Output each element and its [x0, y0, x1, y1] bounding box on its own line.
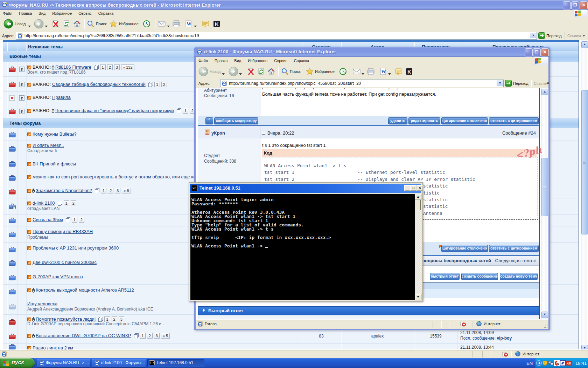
bg-menu-view[interactable]: Вид: [36, 10, 48, 16]
topic-title-link[interactable]: Две dwl-2100 с пингом 3000мс: [33, 260, 97, 265]
telnet-close-button[interactable]: ✕: [416, 185, 423, 191]
next-topic-link[interactable]: · Следующая тема »: [491, 258, 536, 263]
taskbar-task-ie-1[interactable]: d-link 2100 - Форумы...: [92, 359, 146, 367]
refresh-icon[interactable]: [257, 67, 265, 75]
kaspersky-icon[interactable]: [554, 360, 560, 366]
bg-scroll-up-icon[interactable]: ▲: [581, 41, 588, 48]
fg-menu-view[interactable]: Вид: [231, 57, 244, 64]
fg-maximize-button[interactable]: ❐: [533, 48, 541, 56]
edit-word-icon[interactable]: W: [379, 67, 387, 75]
page-chip[interactable]: 3: [154, 333, 160, 339]
fg-back-button-label[interactable]: Назад: [210, 69, 221, 74]
ati-icon[interactable]: ATi: [566, 360, 572, 366]
new-post-button[interactable]: создать сообщение: [461, 273, 498, 280]
page-chip[interactable]: 2: [107, 64, 113, 70]
fg-scrollbar[interactable]: ▲ ▼: [541, 88, 547, 319]
collapse-post-button[interactable]: ^: [205, 117, 213, 124]
page-chip[interactable]: 1: [140, 333, 146, 339]
fg-scrollbar-thumb[interactable]: [541, 158, 548, 216]
fg-menu-edit[interactable]: Правка: [212, 57, 230, 64]
fg-menu-favorites[interactable]: Избранное: [245, 57, 270, 64]
topic-title-link[interactable]: Контроль выходной мощности Atheros AR511…: [36, 287, 134, 293]
back-icon[interactable]: [4, 19, 13, 29]
bg-scroll-down-icon[interactable]: ▼: [581, 345, 588, 349]
jump-to-new-icon[interactable]: [27, 218, 31, 222]
jump-to-new-icon[interactable]: [27, 317, 31, 321]
page-chip-last[interactable]: » 8: [122, 188, 131, 193]
post2-username[interactable]: уКроn: [211, 130, 225, 136]
bg-links-label[interactable]: Ссылки: [567, 34, 581, 38]
jump-to-new-icon[interactable]: [27, 82, 31, 86]
page-chip[interactable]: 2: [71, 200, 76, 206]
forward-disabled-icon[interactable]: [229, 67, 238, 76]
quote-off-button[interactable]: цитирование отключено: [441, 117, 488, 124]
favorites-button-label[interactable]: Избранное: [119, 22, 139, 26]
page-chip[interactable]: 2: [79, 217, 84, 223]
kaspersky-toolbar-icon[interactable]: K: [405, 67, 413, 75]
back-dropdown-icon[interactable]: [222, 70, 225, 73]
fg-menu-help[interactable]: Справка: [291, 57, 312, 64]
taskbar-task-ie-0[interactable]: Форумы NAG.RU -> ...: [37, 359, 90, 367]
back-disabled-icon[interactable]: [198, 67, 208, 76]
edit-word-icon[interactable]: W: [184, 20, 193, 28]
mail-dropdown-icon[interactable]: [362, 70, 364, 73]
page-chip[interactable]: 1: [183, 108, 188, 114]
bg-links-chevron[interactable]: »: [582, 33, 585, 38]
favorites-star-icon[interactable]: [109, 20, 118, 28]
jump-to-new-icon[interactable]: [27, 201, 31, 205]
jump-to-new-icon[interactable]: [27, 109, 31, 113]
search-icon[interactable]: [281, 67, 289, 75]
print-icon[interactable]: [366, 67, 374, 75]
fg-search-button-label[interactable]: Поиск: [290, 69, 300, 74]
fg-address-dropdown-icon[interactable]: ▼: [497, 80, 503, 86]
fg-links-chevron[interactable]: »: [547, 80, 550, 85]
resize-grip[interactable]: [543, 323, 548, 328]
page-chip[interactable]: 3: [114, 64, 120, 70]
print-icon[interactable]: [172, 20, 181, 28]
topic-author[interactable]: apalex: [341, 334, 414, 339]
topic-replies[interactable]: 83: [302, 334, 341, 339]
fg-links-label[interactable]: Ссылки: [534, 81, 547, 86]
kaspersky-toolbar-icon[interactable]: K: [212, 20, 221, 28]
forum-name-link[interactable]: вопросы беспроводных сетей: [422, 258, 491, 263]
topic-title-link[interactable]: Прошу помощи по RB433АН: [33, 229, 93, 234]
search-button-label[interactable]: Поиск: [96, 22, 106, 26]
jump-to-new-icon[interactable]: [27, 162, 31, 166]
topic-title-link[interactable]: ВЧ Припой и флюсы: [33, 161, 76, 166]
page-chip-last[interactable]: » 132: [121, 64, 134, 70]
page-chip[interactable]: 2: [147, 333, 153, 339]
topic-title-link[interactable]: Rtl8186 Firmware: [55, 64, 91, 70]
network-icon[interactable]: [548, 360, 554, 366]
topic-title-link[interactable]: Связь на 35км: [33, 217, 63, 222]
jump-to-new-icon[interactable]: [27, 175, 31, 179]
fg-menu-tools[interactable]: Сервис: [271, 57, 290, 64]
home-icon[interactable]: [73, 20, 81, 28]
topic-title-link[interactable]: Ищу человека: [27, 301, 57, 306]
telnet-scrollbar-thumb[interactable]: [415, 200, 421, 210]
topic-title-link[interactable]: Проблемы с AP 1231 или роутером 3600: [33, 245, 119, 251]
reply-with-quote-button[interactable]: ответить с цитированием: [489, 117, 539, 124]
topic-title-link[interactable]: G-700AP как VPN шлюз: [33, 274, 83, 279]
back-dropdown-icon[interactable]: [28, 23, 31, 26]
bg-minimize-button[interactable]: ─: [563, 1, 571, 9]
fg-titlebar[interactable]: d-link 2100 - Форумы NAG.RU - Microsoft …: [194, 47, 550, 57]
language-indicator[interactable]: EN: [526, 361, 533, 366]
favorites-star-icon[interactable]: [306, 67, 314, 75]
delete-button[interactable]: удалить: [388, 117, 407, 124]
jump-to-new-icon[interactable]: [27, 275, 31, 279]
go-icon[interactable]: [538, 32, 545, 39]
stop-icon[interactable]: [51, 20, 60, 28]
quick-reply-header[interactable]: Быстрый ответ: [198, 306, 539, 315]
edit-dropdown-icon[interactable]: [194, 23, 197, 26]
fg-close-button[interactable]: ✕: [541, 48, 549, 56]
go-icon[interactable]: [505, 80, 512, 87]
telnet-maximize-button[interactable]: □: [410, 185, 417, 191]
jump-to-new-icon[interactable]: [27, 246, 31, 250]
home-icon[interactable]: [267, 67, 275, 75]
edit-button[interactable]: редактировать: [408, 117, 440, 124]
topic-title-link[interactable]: Восстановление DWL-G700AP на ОС WINXP: [36, 333, 131, 338]
fg-address-input[interactable]: http://forum.nag.ru/forum/index.php?show…: [220, 80, 504, 87]
fg-favorites-button-label[interactable]: Избранное: [315, 69, 335, 74]
topic-title-link[interactable]: И опять Mesh..: [33, 143, 64, 148]
last-post-link[interactable]: Посл. сообщение:: [460, 336, 496, 341]
